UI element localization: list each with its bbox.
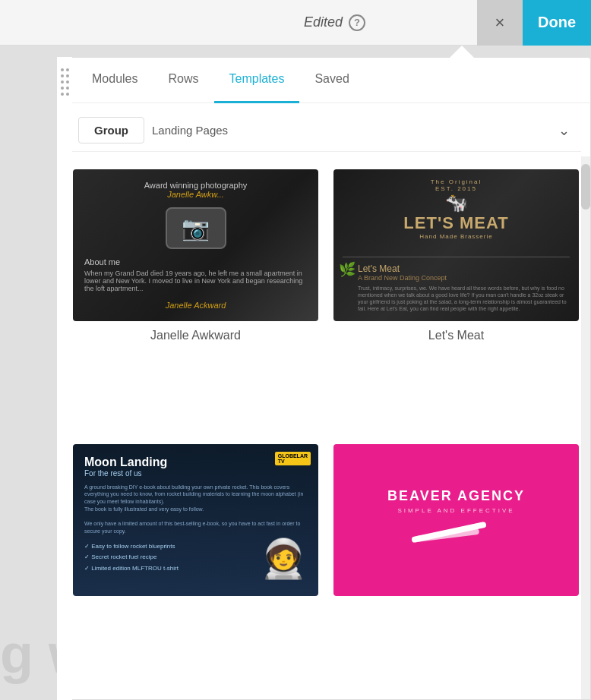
subtab-landing-pages[interactable]: Landing Pages ⌄ <box>152 122 570 139</box>
letsmeat-header: The OriginalEST. 2015 🐄 LET'S MEAT Hand … <box>343 178 570 240</box>
tab-modules[interactable]: Modules <box>77 58 153 103</box>
moonlanding-body: A ground breaking DIY e-book about build… <box>84 484 307 536</box>
janelle-body-text: When my Grand Dad died 19 years ago, he … <box>84 270 307 292</box>
drag-dot <box>61 74 64 77</box>
template-thumb-beaver: BEAVER AGENCY SIMPLE AND EFFECTIVE <box>333 444 579 596</box>
letsmeat-est: The OriginalEST. 2015 <box>343 178 570 192</box>
scrollbar-thumb[interactable] <box>581 164 590 210</box>
drag-dot <box>66 68 69 71</box>
main-panel: Modules Rows Templates Saved Group Landi… <box>57 57 591 700</box>
moonlanding-preview: GLOBELARTV Moon Landing For the rest of … <box>73 444 318 596</box>
drag-dots-row <box>61 68 69 71</box>
sub-tabs-row: Group Landing Pages ⌄ <box>67 109 581 152</box>
drag-dot <box>66 80 69 84</box>
beaver-preview: BEAVER AGENCY SIMPLE AND EFFECTIVE <box>333 444 579 596</box>
janelle-label: Janelle Awkward <box>150 329 241 342</box>
scrollbar-track[interactable] <box>581 156 590 699</box>
template-card-beaver-agency[interactable]: BEAVER AGENCY SIMPLE AND EFFECTIVE <box>333 444 579 683</box>
drag-dot <box>66 87 69 90</box>
letsmeat-tagline: Hand Made Brasserie <box>343 233 570 240</box>
letsmeat-cow-icon: 🐄 <box>343 192 570 213</box>
template-thumb-moonlanding: GLOBELARTV Moon Landing For the rest of … <box>73 444 318 596</box>
tabs-row: Modules Rows Templates Saved <box>69 58 590 103</box>
subtab-group[interactable]: Group <box>78 117 144 143</box>
pencils-decoration <box>411 529 502 552</box>
drag-dot <box>61 80 64 84</box>
letsmeat-concept: 🌿 Let's Meat A Brand New Dating Concept … <box>343 257 570 312</box>
janelle-award-text: Award winning photographyJanelle Awkw... <box>144 181 248 199</box>
template-card-moon-landing[interactable]: GLOBELARTV Moon Landing For the rest of … <box>73 444 318 683</box>
templates-grid: Award winning photographyJanelle Awkw...… <box>58 158 590 693</box>
help-icon[interactable]: ? <box>349 14 365 31</box>
panel-pointer <box>448 46 476 59</box>
letsmeat-concept-title: Let's Meat <box>358 263 570 274</box>
janelle-about-label: About me <box>84 257 307 266</box>
camera-icon: 📷 <box>166 207 226 249</box>
tab-templates[interactable]: Templates <box>214 58 300 103</box>
drag-handle[interactable] <box>57 57 72 700</box>
letsmeat-brand: LET'S MEAT <box>343 213 570 233</box>
janelle-signature: Janelle Ackward <box>166 301 226 310</box>
drag-dot <box>61 68 64 71</box>
letsmeat-label: Let's Meat <box>428 329 484 342</box>
beaver-agency-name: BEAVER AGENCY <box>387 488 525 504</box>
janelle-preview: Award winning photographyJanelle Awkw...… <box>73 169 318 321</box>
letsmeat-preview: The OriginalEST. 2015 🐄 LET'S MEAT Hand … <box>333 169 579 321</box>
template-thumb-letsmeat: The OriginalEST. 2015 🐄 LET'S MEAT Hand … <box>333 169 579 321</box>
drag-dots-row <box>61 74 69 77</box>
close-icon: × <box>495 13 505 33</box>
top-bar: Edited ? × Done <box>0 0 591 46</box>
top-bar-left: Edited ? <box>15 14 365 31</box>
drag-dot <box>66 93 69 96</box>
tab-rows[interactable]: Rows <box>153 58 213 103</box>
drag-dot <box>61 93 64 96</box>
letsmeat-concept-inner: Let's Meat A Brand New Dating Concept Tr… <box>358 263 570 312</box>
chevron-down-icon: ⌄ <box>558 122 570 139</box>
drag-dots-row <box>61 87 69 90</box>
moonlanding-title: Moon Landing <box>84 456 307 469</box>
drag-dot <box>66 74 69 77</box>
landing-pages-label: Landing Pages <box>152 124 228 137</box>
astronaut-icon: 🧑‍🚀 <box>260 537 307 581</box>
template-card-janelle-awkward[interactable]: Award winning photographyJanelle Awkw...… <box>73 169 318 429</box>
done-button[interactable]: Done <box>523 0 591 46</box>
close-button[interactable]: × <box>477 0 523 46</box>
tab-saved[interactable]: Saved <box>299 58 364 103</box>
janelle-about: About me When my Grand Dad died 19 years… <box>84 257 307 292</box>
drag-dots-row <box>61 93 69 96</box>
pencils-group <box>411 529 502 552</box>
moonlanding-sub: For the rest of us <box>84 469 307 478</box>
drag-dot <box>61 87 64 90</box>
beaver-agency-tagline: SIMPLE AND EFFECTIVE <box>397 507 514 514</box>
globelar-tv-badge: GLOBELARTV <box>275 452 311 465</box>
done-label: Done <box>538 14 576 30</box>
letsmeat-body: Trust, intimacy, surprises, we. We have … <box>358 285 570 312</box>
herb-icon: 🌿 <box>339 261 356 278</box>
template-thumb-janelle: Award winning photographyJanelle Awkw...… <box>73 169 318 321</box>
template-card-lets-meat[interactable]: The OriginalEST. 2015 🐄 LET'S MEAT Hand … <box>333 169 579 429</box>
letsmeat-concept-sub: A Brand New Dating Concept <box>358 274 570 282</box>
drag-dots-row <box>61 80 69 84</box>
edited-label: Edited <box>304 14 343 30</box>
